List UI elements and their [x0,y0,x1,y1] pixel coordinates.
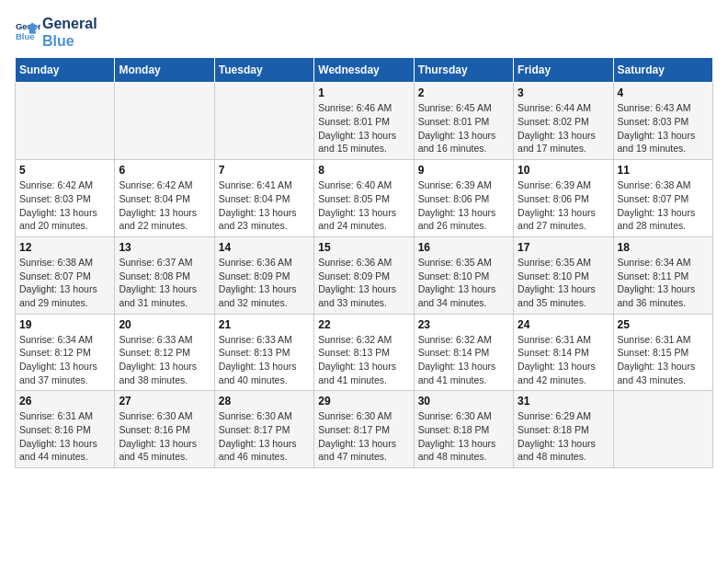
day-number: 2 [418,86,509,99]
calendar-week-1: 1Sunrise: 6:46 AM Sunset: 8:01 PM Daylig… [16,83,713,160]
day-number: 10 [518,164,609,177]
logo-text-general: General [42,15,97,32]
calendar-cell: 21Sunrise: 6:33 AM Sunset: 8:13 PM Dayli… [214,314,313,391]
calendar-header: SundayMondayTuesdayWednesdayThursdayFrid… [16,58,713,83]
day-info: Sunrise: 6:44 AM Sunset: 8:02 PM Dayligh… [518,101,609,155]
weekday-tuesday: Tuesday [214,58,313,83]
day-info: Sunrise: 6:36 AM Sunset: 8:09 PM Dayligh… [219,256,310,310]
calendar-cell: 1Sunrise: 6:46 AM Sunset: 8:01 PM Daylig… [314,83,414,160]
calendar-cell: 19Sunrise: 6:34 AM Sunset: 8:12 PM Dayli… [16,314,115,391]
day-info: Sunrise: 6:46 AM Sunset: 8:01 PM Dayligh… [318,101,409,155]
calendar-cell: 25Sunrise: 6:31 AM Sunset: 8:15 PM Dayli… [613,314,712,391]
day-number: 29 [318,395,409,408]
day-number: 14 [219,241,310,254]
calendar-cell: 14Sunrise: 6:36 AM Sunset: 8:09 PM Dayli… [214,236,313,314]
day-info: Sunrise: 6:29 AM Sunset: 8:18 PM Dayligh… [518,409,609,464]
day-number: 25 [618,318,709,331]
calendar-cell: 9Sunrise: 6:39 AM Sunset: 8:06 PM Daylig… [414,160,513,237]
calendar-body: 1Sunrise: 6:46 AM Sunset: 8:01 PM Daylig… [16,83,713,468]
day-number: 6 [119,164,210,177]
day-number: 18 [618,241,709,254]
weekday-thursday: Thursday [414,58,513,83]
day-info: Sunrise: 6:40 AM Sunset: 8:05 PM Dayligh… [318,178,409,233]
calendar-cell [16,83,115,160]
logo-text-blue: Blue [42,32,97,50]
day-number: 13 [119,241,210,254]
calendar-cell: 26Sunrise: 6:31 AM Sunset: 8:16 PM Dayli… [16,391,115,468]
day-info: Sunrise: 6:33 AM Sunset: 8:13 PM Dayligh… [219,333,310,387]
calendar-cell: 11Sunrise: 6:38 AM Sunset: 8:07 PM Dayli… [613,160,712,237]
day-info: Sunrise: 6:42 AM Sunset: 8:04 PM Dayligh… [119,178,210,233]
calendar-cell: 4Sunrise: 6:43 AM Sunset: 8:03 PM Daylig… [613,83,712,160]
day-number: 11 [618,164,709,177]
calendar-cell: 10Sunrise: 6:39 AM Sunset: 8:06 PM Dayli… [514,160,613,237]
day-info: Sunrise: 6:30 AM Sunset: 8:16 PM Dayligh… [119,409,210,464]
day-info: Sunrise: 6:38 AM Sunset: 8:07 PM Dayligh… [618,178,709,233]
day-number: 4 [618,86,709,99]
calendar-cell: 13Sunrise: 6:37 AM Sunset: 8:08 PM Dayli… [115,236,214,314]
day-info: Sunrise: 6:31 AM Sunset: 8:15 PM Dayligh… [618,333,709,387]
day-number: 16 [418,241,509,254]
day-info: Sunrise: 6:39 AM Sunset: 8:06 PM Dayligh… [518,178,609,233]
day-number: 24 [518,318,609,331]
day-number: 22 [318,318,409,331]
calendar-cell: 28Sunrise: 6:30 AM Sunset: 8:17 PM Dayli… [214,391,313,468]
day-info: Sunrise: 6:34 AM Sunset: 8:12 PM Dayligh… [19,333,110,387]
calendar-cell: 29Sunrise: 6:30 AM Sunset: 8:17 PM Dayli… [314,391,414,468]
calendar-cell: 2Sunrise: 6:45 AM Sunset: 8:01 PM Daylig… [414,83,513,160]
day-info: Sunrise: 6:45 AM Sunset: 8:01 PM Dayligh… [418,101,509,155]
day-number: 5 [19,164,110,177]
day-info: Sunrise: 6:36 AM Sunset: 8:09 PM Dayligh… [318,256,409,310]
calendar-cell: 27Sunrise: 6:30 AM Sunset: 8:16 PM Dayli… [115,391,214,468]
calendar-cell: 15Sunrise: 6:36 AM Sunset: 8:09 PM Dayli… [314,236,414,314]
day-info: Sunrise: 6:33 AM Sunset: 8:12 PM Dayligh… [119,333,210,387]
weekday-monday: Monday [115,58,214,83]
day-number: 27 [119,395,210,408]
calendar-cell: 18Sunrise: 6:34 AM Sunset: 8:11 PM Dayli… [613,236,712,314]
calendar-cell: 31Sunrise: 6:29 AM Sunset: 8:18 PM Dayli… [514,391,613,468]
calendar-cell: 20Sunrise: 6:33 AM Sunset: 8:12 PM Dayli… [115,314,214,391]
day-number: 26 [19,395,110,408]
calendar-cell: 12Sunrise: 6:38 AM Sunset: 8:07 PM Dayli… [16,236,115,314]
day-info: Sunrise: 6:30 AM Sunset: 8:17 PM Dayligh… [219,409,310,464]
calendar-cell: 3Sunrise: 6:44 AM Sunset: 8:02 PM Daylig… [514,83,613,160]
calendar-cell: 30Sunrise: 6:30 AM Sunset: 8:18 PM Dayli… [414,391,513,468]
calendar-week-4: 19Sunrise: 6:34 AM Sunset: 8:12 PM Dayli… [16,314,713,391]
day-info: Sunrise: 6:32 AM Sunset: 8:13 PM Dayligh… [318,333,409,387]
calendar-cell: 23Sunrise: 6:32 AM Sunset: 8:14 PM Dayli… [414,314,513,391]
day-number: 21 [219,318,310,331]
day-info: Sunrise: 6:42 AM Sunset: 8:03 PM Dayligh… [19,178,110,233]
calendar-cell [613,391,712,468]
page-header: General Blue General Blue [15,15,713,50]
calendar-cell: 22Sunrise: 6:32 AM Sunset: 8:13 PM Dayli… [314,314,414,391]
weekday-header-row: SundayMondayTuesdayWednesdayThursdayFrid… [16,58,713,83]
calendar-cell: 17Sunrise: 6:35 AM Sunset: 8:10 PM Dayli… [514,236,613,314]
calendar-week-5: 26Sunrise: 6:31 AM Sunset: 8:16 PM Dayli… [16,391,713,468]
day-number: 20 [119,318,210,331]
day-info: Sunrise: 6:35 AM Sunset: 8:10 PM Dayligh… [418,256,509,310]
day-number: 23 [418,318,509,331]
day-number: 28 [219,395,310,408]
calendar-week-3: 12Sunrise: 6:38 AM Sunset: 8:07 PM Dayli… [16,236,713,314]
day-info: Sunrise: 6:34 AM Sunset: 8:11 PM Dayligh… [618,256,709,310]
weekday-friday: Friday [514,58,613,83]
day-info: Sunrise: 6:31 AM Sunset: 8:16 PM Dayligh… [19,409,110,464]
day-info: Sunrise: 6:39 AM Sunset: 8:06 PM Dayligh… [418,178,509,233]
day-number: 7 [219,164,310,177]
logo: General Blue General Blue [15,15,97,50]
day-number: 9 [418,164,509,177]
day-info: Sunrise: 6:35 AM Sunset: 8:10 PM Dayligh… [518,256,609,310]
calendar-cell: 5Sunrise: 6:42 AM Sunset: 8:03 PM Daylig… [16,160,115,237]
day-info: Sunrise: 6:41 AM Sunset: 8:04 PM Dayligh… [219,178,310,233]
day-info: Sunrise: 6:30 AM Sunset: 8:18 PM Dayligh… [418,409,509,464]
day-info: Sunrise: 6:43 AM Sunset: 8:03 PM Dayligh… [618,101,709,155]
weekday-sunday: Sunday [16,58,115,83]
day-info: Sunrise: 6:32 AM Sunset: 8:14 PM Dayligh… [418,333,509,387]
weekday-saturday: Saturday [613,58,712,83]
day-number: 19 [19,318,110,331]
calendar-week-2: 5Sunrise: 6:42 AM Sunset: 8:03 PM Daylig… [16,160,713,237]
day-info: Sunrise: 6:31 AM Sunset: 8:14 PM Dayligh… [518,333,609,387]
calendar-cell: 7Sunrise: 6:41 AM Sunset: 8:04 PM Daylig… [214,160,313,237]
calendar-table: SundayMondayTuesdayWednesdayThursdayFrid… [15,57,713,468]
logo-icon: General Blue [15,19,40,45]
